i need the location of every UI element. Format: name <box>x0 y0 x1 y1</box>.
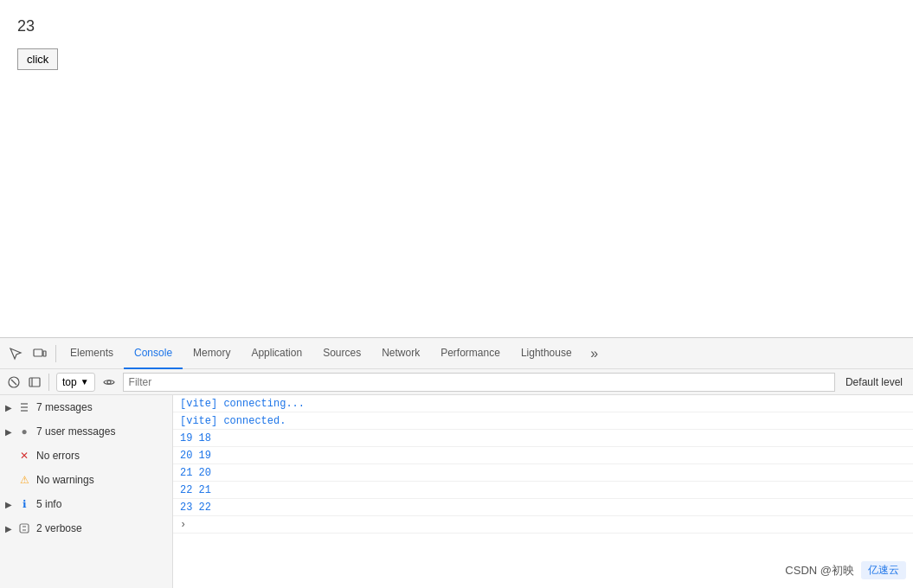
sidebar-item-user-messages[interactable]: ▶ ● 7 user messages <box>0 419 172 444</box>
devtools-tabs: Elements Console Memory Application Sour… <box>60 338 910 369</box>
expand-more-icon: › <box>180 519 186 531</box>
console-line-23-22: 23 22 <box>173 499 913 516</box>
warning-icon: ⚠ <box>17 473 31 487</box>
expand-icon-user: ▶ <box>5 427 17 437</box>
svg-rect-4 <box>29 378 40 387</box>
more-tabs-icon[interactable]: » <box>582 342 607 366</box>
eye-icon[interactable] <box>99 372 119 393</box>
vite-connecting-text: [vite] connecting... <box>180 398 305 410</box>
error-icon: ✕ <box>17 449 31 463</box>
number-20-19: 20 19 <box>180 450 211 462</box>
svg-rect-0 <box>34 349 42 356</box>
expand-icon-verbose: ▶ <box>5 524 17 534</box>
console-line-vite-connecting: [vite] connecting... <box>173 395 913 412</box>
clear-console-icon[interactable] <box>3 372 24 393</box>
tab-lighthouse[interactable]: Lighthouse <box>511 338 582 369</box>
svg-point-6 <box>107 380 111 384</box>
context-selector[interactable]: top ▼ <box>56 373 95 392</box>
main-content: 23 click <box>0 0 913 337</box>
tab-memory[interactable]: Memory <box>183 338 241 369</box>
devtools-toolbar: Elements Console Memory Application Sour… <box>0 338 913 369</box>
expand-icon-info: ▶ <box>5 500 17 509</box>
user-messages-label: 7 user messages <box>36 425 115 438</box>
expand-icon: ▶ <box>5 403 17 412</box>
number-21-20: 21 20 <box>180 467 211 479</box>
click-button[interactable]: click <box>17 48 58 70</box>
tab-sources[interactable]: Sources <box>312 338 371 369</box>
tab-console[interactable]: Console <box>124 338 183 369</box>
vite-connected-text: [vite] connected. <box>180 415 286 427</box>
toolbar-divider-1 <box>55 345 56 362</box>
all-messages-label: 7 messages <box>36 401 93 413</box>
device-toolbar-icon[interactable] <box>28 342 52 366</box>
console-line-21-20: 21 20 <box>173 464 913 482</box>
number-19-18: 19 18 <box>180 432 211 444</box>
watermark: CSDN @初映 亿速云 <box>778 559 913 581</box>
tab-network[interactable]: Network <box>371 338 430 369</box>
sidebar-item-warnings[interactable]: ⚠ No warnings <box>0 468 172 492</box>
errors-label: No errors <box>36 450 80 462</box>
cursor-icon[interactable] <box>3 342 28 366</box>
console-sidebar: ▶ 7 messages ▶ ● 7 user messages <box>0 395 173 588</box>
svg-rect-10 <box>20 524 29 533</box>
tab-application[interactable]: Application <box>241 338 312 369</box>
console-toolbar-divider <box>48 374 49 391</box>
logo-text: 亿速云 <box>868 563 899 578</box>
warnings-label: No warnings <box>36 474 94 486</box>
devtools-panel: Elements Console Memory Application Sour… <box>0 337 913 588</box>
tab-elements[interactable]: Elements <box>60 338 124 369</box>
console-line-20-19: 20 19 <box>173 447 913 464</box>
list-icon <box>17 400 31 414</box>
user-messages-icon: ● <box>17 425 31 438</box>
tab-performance[interactable]: Performance <box>430 338 511 369</box>
csdn-text: CSDN @初映 <box>785 563 854 578</box>
filter-input[interactable] <box>123 373 835 392</box>
sidebar-item-info[interactable]: ▶ ℹ 5 info <box>0 492 172 516</box>
console-line-22-21: 22 21 <box>173 482 913 499</box>
counter-value: 23 <box>17 17 896 35</box>
console-line-19-18: 19 18 <box>173 430 913 447</box>
sidebar-item-all-messages[interactable]: ▶ 7 messages <box>0 395 172 419</box>
verbose-label: 2 verbose <box>36 522 82 534</box>
number-23-22: 23 22 <box>180 502 211 514</box>
default-level-dropdown[interactable]: Default level <box>839 376 910 388</box>
console-secondary-toolbar: top ▼ Default level <box>0 369 913 395</box>
info-icon: ℹ <box>17 497 31 511</box>
devtools-body: ▶ 7 messages ▶ ● 7 user messages <box>0 395 913 588</box>
sidebar-item-verbose[interactable]: ▶ 2 verbose <box>0 516 172 540</box>
console-line-vite-connected: [vite] connected. <box>173 412 913 430</box>
sidebar-item-errors[interactable]: ✕ No errors <box>0 444 172 468</box>
number-22-21: 22 21 <box>180 484 211 496</box>
verbose-icon <box>17 521 31 535</box>
toggle-sidebar-icon[interactable] <box>24 372 45 393</box>
svg-rect-1 <box>43 351 46 356</box>
context-dropdown-icon: ▼ <box>80 377 89 387</box>
info-label: 5 info <box>36 498 61 510</box>
console-line-expand[interactable]: › <box>173 516 913 534</box>
svg-line-3 <box>11 380 16 385</box>
watermark-logo: 亿速云 <box>861 561 906 579</box>
